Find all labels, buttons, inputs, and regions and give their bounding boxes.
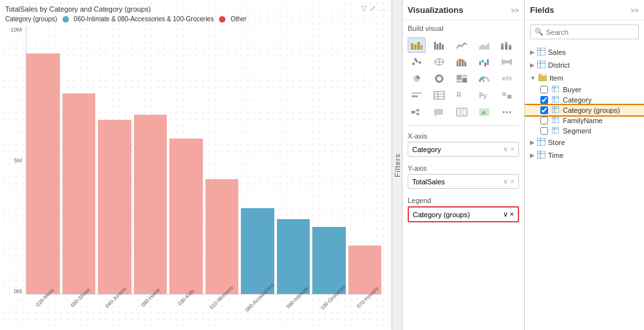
svg-rect-0 — [411, 43, 413, 50]
bar-pink[interactable] — [26, 53, 60, 295]
viz-map2[interactable] — [475, 104, 493, 120]
svg-rect-22 — [457, 61, 459, 66]
chevron-right-icon: ▶ — [530, 49, 535, 55]
viz-panel-title: Visualizations — [408, 5, 463, 15]
y-axis-actions[interactable]: ∨ × — [503, 177, 515, 186]
svg-rect-25 — [464, 62, 466, 66]
viz-other1[interactable] — [498, 88, 516, 103]
viz-scatter[interactable] — [408, 54, 426, 70]
chevron-right-icon: ▶ — [530, 139, 535, 146]
x-axis-chevron[interactable]: ∨ — [503, 145, 508, 153]
field-group-header-sales[interactable]: ▶Sales — [525, 46, 644, 59]
filter-icon[interactable]: ▽ — [361, 4, 367, 13]
svg-line-52 — [414, 112, 417, 114]
legend-remove[interactable]: × — [510, 210, 514, 218]
fields-chevrons[interactable]: >> — [630, 6, 639, 14]
svg-rect-48 — [412, 111, 414, 113]
bar-group — [348, 26, 382, 294]
viz-gauge[interactable] — [475, 71, 493, 86]
svg-rect-50 — [417, 113, 419, 115]
y-axis-chevron[interactable]: ∨ — [503, 177, 508, 186]
search-input[interactable] — [546, 28, 634, 36]
fields-search[interactable]: 🔍 — [530, 24, 639, 39]
viz-ai-decomp[interactable] — [408, 104, 426, 120]
viz-table[interactable] — [430, 88, 448, 103]
legend-dot-blue — [62, 16, 69, 23]
viz-kpi[interactable]: KPI — [498, 71, 516, 86]
x-axis-value: Category — [412, 146, 441, 153]
viz-area-chart[interactable] — [475, 37, 493, 53]
viz-donut[interactable] — [430, 71, 448, 86]
legend-chevron[interactable]: ∨ — [503, 210, 508, 218]
bar-blue[interactable] — [277, 219, 310, 294]
viz-pie[interactable] — [408, 71, 426, 86]
viz-waterfall[interactable] — [475, 54, 493, 70]
viz-combo[interactable] — [453, 54, 471, 70]
legend-label-other: Other — [231, 15, 247, 23]
field-group-header-item[interactable]: ▼Item — [525, 72, 644, 84]
viz-panel: Visualizations >> Build visual — [402, 0, 525, 330]
svg-rect-9 — [501, 46, 504, 50]
field-checkbox[interactable] — [540, 127, 548, 135]
viz-python[interactable]: Py — [475, 88, 493, 103]
viz-more[interactable] — [498, 104, 516, 120]
y-axis-remove[interactable]: × — [511, 177, 515, 186]
legend-actions[interactable]: ∨ × — [503, 210, 515, 218]
field-table-icon — [552, 106, 559, 114]
viz-stacked-bar[interactable] — [498, 37, 516, 53]
legend-value: Category (groups) — [413, 211, 470, 218]
svg-rect-35 — [457, 81, 462, 82]
field-item-label: Category — [563, 96, 592, 104]
bar-pink[interactable] — [98, 120, 131, 294]
expand-icon[interactable]: ⤢ — [370, 4, 376, 13]
svg-line-51 — [414, 110, 417, 112]
viz-panel-chevrons[interactable]: >> — [511, 6, 519, 14]
filters-tab[interactable]: Filters — [392, 0, 402, 330]
y-axis-field[interactable]: TotalSales ∨ × — [408, 174, 519, 189]
field-item-label: FamilyName — [563, 117, 603, 124]
field-item[interactable]: Segment — [525, 126, 644, 136]
viz-ribbon[interactable] — [498, 54, 516, 70]
table-icon — [537, 138, 545, 147]
viz-treemap[interactable] — [453, 71, 471, 86]
viz-slicer[interactable] — [408, 88, 426, 103]
viz-divider — [408, 125, 519, 126]
field-group-header-time[interactable]: ▶Time — [525, 149, 644, 162]
field-checkbox[interactable] — [540, 117, 548, 124]
viz-speech-bubble[interactable] — [430, 104, 448, 120]
viz-map[interactable] — [430, 54, 448, 70]
field-item[interactable]: Buyer — [525, 84, 644, 95]
bar-pink[interactable] — [169, 139, 203, 294]
field-checkbox[interactable] — [540, 96, 548, 104]
chart-toolbar[interactable]: ▽ ⤢ … — [361, 4, 386, 13]
legend-field[interactable]: Category (groups) ∨ × — [408, 206, 519, 222]
field-group-label: District — [548, 61, 570, 69]
x-axis-field[interactable]: Category ∨ × — [408, 142, 519, 157]
svg-text:KPI: KPI — [502, 75, 512, 82]
bars-area — [26, 26, 381, 295]
viz-panel-header: Visualizations >> — [402, 0, 524, 21]
viz-bar-chart[interactable] — [408, 37, 426, 53]
bar-pink[interactable] — [62, 93, 96, 294]
svg-rect-71 — [538, 74, 542, 76]
x-axis-actions[interactable]: ∨ × — [503, 145, 515, 153]
svg-text:Py: Py — [479, 92, 487, 99]
field-item[interactable]: Category (groups) — [525, 105, 644, 115]
bar-pink[interactable] — [134, 115, 167, 294]
field-item[interactable]: FamilyName — [525, 115, 644, 126]
bar-group — [62, 26, 96, 294]
field-item[interactable]: Category — [525, 95, 644, 105]
viz-matrix[interactable]: R — [453, 88, 471, 103]
x-axis-remove[interactable]: × — [511, 145, 515, 153]
viz-column-chart[interactable] — [430, 37, 448, 53]
field-group-header-district[interactable]: ▶District — [525, 59, 644, 72]
svg-rect-91 — [537, 151, 545, 159]
field-checkbox[interactable] — [540, 106, 548, 114]
bar-pink[interactable] — [205, 179, 239, 294]
viz-line-chart[interactable] — [453, 37, 471, 53]
more-icon[interactable]: … — [379, 4, 386, 13]
field-group-header-store[interactable]: ▶Store — [525, 136, 644, 149]
svg-rect-40 — [434, 92, 444, 99]
viz-metrics[interactable] — [453, 104, 471, 120]
field-checkbox[interactable] — [540, 86, 548, 93]
